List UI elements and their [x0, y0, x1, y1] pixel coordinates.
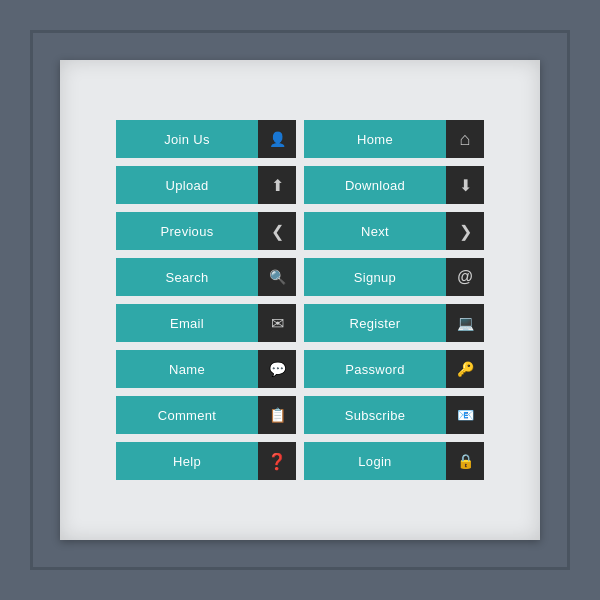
register-icon — [446, 304, 484, 342]
password-label: Password — [304, 350, 446, 388]
search-label: Search — [116, 258, 258, 296]
register-button[interactable]: Register — [304, 304, 484, 342]
inner-card: Join Us Home Upload Download Previous — [60, 60, 540, 540]
help-icon — [258, 442, 296, 480]
subscribe-button[interactable]: Subscribe — [304, 396, 484, 434]
search-icon — [258, 258, 296, 296]
help-button[interactable]: Help — [116, 442, 296, 480]
email-button[interactable]: Email — [116, 304, 296, 342]
prev-icon — [258, 212, 296, 250]
comment-label: Comment — [116, 396, 258, 434]
comment-icon — [258, 396, 296, 434]
search-button[interactable]: Search — [116, 258, 296, 296]
signup-icon — [446, 258, 484, 296]
home-label: Home — [304, 120, 446, 158]
upload-label: Upload — [116, 166, 258, 204]
download-label: Download — [304, 166, 446, 204]
previous-label: Previous — [116, 212, 258, 250]
upload-icon — [258, 166, 296, 204]
next-label: Next — [304, 212, 446, 250]
join-us-button[interactable]: Join Us — [116, 120, 296, 158]
login-label: Login — [304, 442, 446, 480]
outer-frame: Join Us Home Upload Download Previous — [30, 30, 570, 570]
signup-button[interactable]: Signup — [304, 258, 484, 296]
login-button[interactable]: Login — [304, 442, 484, 480]
upload-button[interactable]: Upload — [116, 166, 296, 204]
next-icon — [446, 212, 484, 250]
previous-button[interactable]: Previous — [116, 212, 296, 250]
join-us-label: Join Us — [116, 120, 258, 158]
name-button[interactable]: Name — [116, 350, 296, 388]
name-icon — [258, 350, 296, 388]
email-label: Email — [116, 304, 258, 342]
button-grid: Join Us Home Upload Download Previous — [96, 100, 504, 500]
comment-button[interactable]: Comment — [116, 396, 296, 434]
password-button[interactable]: Password — [304, 350, 484, 388]
email-icon — [258, 304, 296, 342]
password-icon — [446, 350, 484, 388]
download-button[interactable]: Download — [304, 166, 484, 204]
help-label: Help — [116, 442, 258, 480]
home-icon — [446, 120, 484, 158]
register-label: Register — [304, 304, 446, 342]
subscribe-icon — [446, 396, 484, 434]
home-button[interactable]: Home — [304, 120, 484, 158]
subscribe-label: Subscribe — [304, 396, 446, 434]
person-icon — [258, 120, 296, 158]
download-icon — [446, 166, 484, 204]
next-button[interactable]: Next — [304, 212, 484, 250]
signup-label: Signup — [304, 258, 446, 296]
name-label: Name — [116, 350, 258, 388]
login-icon — [446, 442, 484, 480]
